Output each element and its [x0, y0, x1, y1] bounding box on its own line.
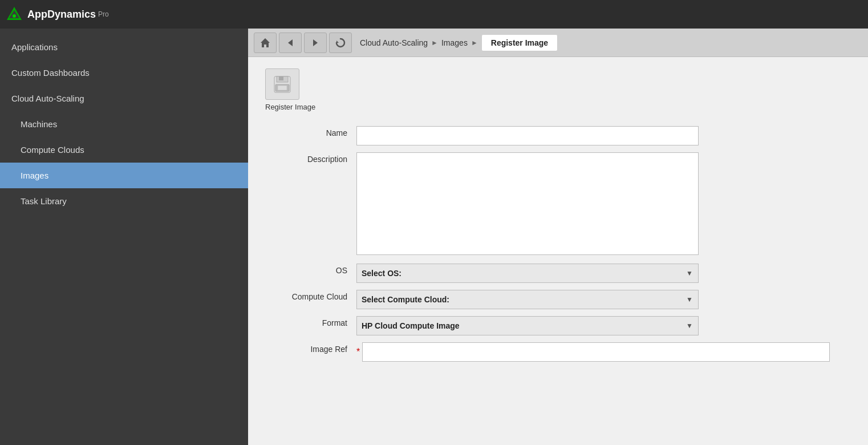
sidebar-item-cloud-auto-scaling[interactable]: Cloud Auto-Scaling	[0, 86, 248, 111]
form: Name Description OS	[265, 123, 851, 365]
breadcrumb-cloud-auto-scaling[interactable]: Cloud Auto-Scaling	[360, 38, 428, 47]
svg-rect-9	[279, 76, 283, 80]
refresh-button[interactable]	[329, 33, 352, 53]
description-input[interactable]	[356, 152, 699, 255]
compute-cloud-label: Compute Cloud	[265, 286, 356, 313]
back-button[interactable]	[279, 33, 302, 53]
format-field-cell: HP Cloud Compute Image Amazon Machine Im…	[356, 313, 851, 339]
svg-marker-5	[313, 39, 318, 46]
image-ref-label: Image Ref	[265, 339, 356, 365]
header: AppDynamics Pro	[0, 0, 868, 29]
compute-cloud-field-cell: Select Compute Cloud: HP Cloud Amazon EC…	[356, 286, 851, 313]
description-label: Description	[265, 149, 356, 260]
compute-cloud-select-wrapper: Select Compute Cloud: HP Cloud Amazon EC…	[356, 290, 699, 309]
breadcrumb-arrow-2: ►	[471, 39, 478, 47]
logo: AppDynamics Pro	[6, 6, 109, 23]
sidebar-item-machines[interactable]: Machines	[0, 111, 248, 137]
register-image-button[interactable]	[265, 68, 299, 100]
forward-icon	[311, 38, 320, 47]
refresh-icon	[335, 37, 346, 48]
os-label: OS	[265, 260, 356, 286]
compute-cloud-select[interactable]: Select Compute Cloud: HP Cloud Amazon EC…	[356, 290, 699, 309]
app-name: AppDynamics	[27, 9, 96, 21]
sidebar-item-task-library[interactable]: Task Library	[0, 188, 248, 214]
name-field-cell	[356, 123, 851, 149]
save-icon	[273, 75, 291, 94]
forward-button[interactable]	[304, 33, 327, 53]
os-select[interactable]: Select OS: Linux Windows	[356, 264, 699, 283]
home-icon	[259, 37, 271, 48]
sidebar: Applications Custom Dashboards Cloud Aut…	[0, 29, 248, 445]
toolbar-label: Register Image	[265, 103, 315, 111]
toolbar: Register Image	[265, 68, 851, 111]
image-ref-input[interactable]	[362, 342, 830, 362]
description-field-cell	[356, 149, 851, 260]
format-select-wrapper: HP Cloud Compute Image Amazon Machine Im…	[356, 316, 699, 335]
name-label: Name	[265, 123, 356, 149]
name-input[interactable]	[356, 126, 699, 145]
app-pro-label: Pro	[98, 10, 109, 18]
format-label: Format	[265, 313, 356, 339]
content-area: Register Image Name Description O	[248, 57, 868, 445]
svg-point-2	[13, 14, 16, 18]
breadcrumb-images[interactable]: Images	[441, 38, 468, 47]
svg-marker-4	[288, 39, 293, 46]
sidebar-item-compute-clouds[interactable]: Compute Clouds	[0, 137, 248, 163]
svg-marker-3	[261, 38, 270, 47]
required-star: *	[356, 347, 360, 357]
breadcrumb-register-image: Register Image	[481, 34, 558, 51]
svg-marker-6	[336, 41, 339, 43]
back-icon	[286, 38, 295, 47]
nav-bar: Cloud Auto-Scaling ► Images ► Register I…	[248, 29, 868, 57]
breadcrumb: Cloud Auto-Scaling ► Images ► Register I…	[360, 34, 558, 51]
image-ref-row: *	[356, 342, 851, 362]
image-ref-field-cell: *	[356, 339, 851, 365]
sidebar-item-images[interactable]: Images	[0, 163, 248, 188]
os-select-wrapper: Select OS: Linux Windows ▼	[356, 264, 699, 283]
home-button[interactable]	[254, 33, 277, 53]
breadcrumb-arrow-1: ►	[431, 39, 438, 47]
sidebar-item-custom-dashboards[interactable]: Custom Dashboards	[0, 60, 248, 86]
sidebar-item-applications[interactable]: Applications	[0, 34, 248, 60]
right-panel: Cloud Auto-Scaling ► Images ► Register I…	[248, 29, 868, 445]
format-select[interactable]: HP Cloud Compute Image Amazon Machine Im…	[356, 316, 699, 335]
main-layout: Applications Custom Dashboards Cloud Aut…	[0, 29, 868, 445]
logo-icon	[6, 6, 23, 23]
svg-rect-11	[278, 86, 287, 90]
os-field-cell: Select OS: Linux Windows ▼	[356, 260, 851, 286]
image-ref-label-text: Image Ref	[310, 345, 347, 354]
